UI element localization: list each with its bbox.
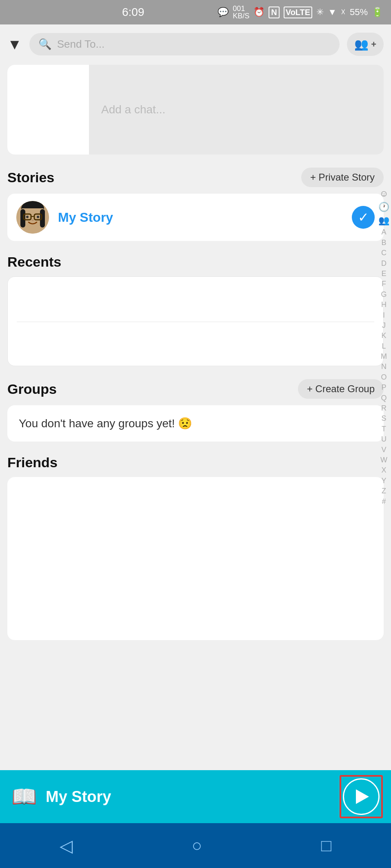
search-icon: 🔍 <box>38 38 51 51</box>
recents-title: Recents <box>7 254 61 270</box>
alpha-b[interactable]: B <box>381 238 386 247</box>
recents-section: Recents <box>7 254 384 366</box>
add-chat-placeholder: Add a chat... <box>89 95 178 124</box>
alpha-a[interactable]: A <box>381 227 386 237</box>
bluetooth-icon: ✳ <box>316 7 324 18</box>
nfc-icon: N <box>269 7 279 18</box>
recents-divider <box>17 322 374 322</box>
alpha-g[interactable]: G <box>381 290 387 299</box>
search-bar[interactable]: 🔍 Send To... <box>29 33 340 55</box>
alpha-d[interactable]: D <box>381 259 387 268</box>
alphabet-index: ☺ 🕐 👥 A B C D E F G H I J K L M N O P Q … <box>378 188 389 506</box>
story-icon: 📖 <box>11 785 37 808</box>
back-button[interactable]: ◁ <box>60 836 73 856</box>
play-button-highlight <box>340 775 383 818</box>
volte-icon: VoLTE <box>284 7 312 18</box>
add-friends-button[interactable]: 👥 + <box>347 33 384 56</box>
alpha-v[interactable]: V <box>381 445 386 455</box>
alpha-f[interactable]: F <box>382 279 386 289</box>
alpha-z[interactable]: Z <box>382 486 386 496</box>
stories-title: Stories <box>7 170 54 186</box>
recents-header: Recents <box>7 254 384 270</box>
alpha-w[interactable]: W <box>380 455 387 465</box>
clock-icon[interactable]: 🕐 <box>378 201 389 214</box>
private-story-button[interactable]: + Private Story <box>301 168 384 187</box>
alpha-hash[interactable]: # <box>382 497 386 506</box>
signal-icon: ☓ <box>341 7 346 18</box>
alpha-m[interactable]: M <box>381 352 387 361</box>
stories-header: Stories + Private Story <box>7 168 384 187</box>
alpha-n[interactable]: N <box>381 362 387 371</box>
stories-section: Stories + Private Story <box>7 168 384 241</box>
story-left: My Story <box>16 201 113 234</box>
search-row: ▼ 🔍 Send To... 👥 + <box>7 33 384 56</box>
alpha-j[interactable]: J <box>382 321 386 330</box>
friends-header: Friends <box>7 455 384 470</box>
alpha-p[interactable]: P <box>381 383 386 392</box>
recent-button[interactable]: □ <box>321 836 331 855</box>
bottom-bar-left: 📖 My Story <box>11 785 111 808</box>
friends-title: Friends <box>7 455 58 470</box>
bottom-bar-label: My Story <box>46 788 111 806</box>
groups-header: Groups + Create Group <box>7 379 384 399</box>
alpha-k[interactable]: K <box>381 331 386 340</box>
alpha-r[interactable]: R <box>381 404 387 413</box>
nav-bar: ◁ ○ □ <box>0 823 391 868</box>
my-story-check[interactable]: ✓ <box>352 206 375 229</box>
home-button[interactable]: ○ <box>192 836 202 855</box>
status-icons: 💬 001KB/S ⏰ N VoLTE ✳ ▼ ☓ 55% 🔋 <box>218 5 383 20</box>
alpha-s[interactable]: S <box>381 414 386 423</box>
recents-card <box>7 276 384 366</box>
whatsapp-icon: 💬 <box>218 7 229 18</box>
my-story-avatar <box>16 201 49 234</box>
alpha-e[interactable]: E <box>381 269 386 278</box>
alpha-l[interactable]: L <box>382 342 386 351</box>
chevron-down-icon[interactable]: ▼ <box>7 36 22 53</box>
search-input-placeholder[interactable]: Send To... <box>57 38 105 51</box>
groups-card: You don't have any groups yet! 😟 <box>7 405 384 442</box>
groups-title: Groups <box>7 381 57 397</box>
play-button-container[interactable] <box>343 778 380 815</box>
svg-rect-3 <box>20 209 25 227</box>
add-friends-plus: + <box>371 39 376 50</box>
friends-section: Friends <box>7 455 384 640</box>
add-friends-icon: 👥 <box>354 38 369 51</box>
battery-text: 55% <box>350 7 368 18</box>
data-icon: 001KB/S <box>233 5 249 20</box>
add-chat-card[interactable]: Add a chat... <box>7 65 384 155</box>
svg-point-10 <box>31 219 34 221</box>
svg-point-9 <box>37 216 39 218</box>
alpha-o[interactable]: O <box>381 373 387 382</box>
alpha-i[interactable]: I <box>383 311 385 320</box>
groups-section: Groups + Create Group You don't have any… <box>7 379 384 442</box>
create-group-button[interactable]: + Create Group <box>298 379 384 399</box>
bottom-bar: 📖 My Story <box>0 770 391 823</box>
groups-empty-message: You don't have any groups yet! 😟 <box>19 417 192 430</box>
my-story-card[interactable]: My Story ✓ <box>7 194 384 241</box>
alpha-u[interactable]: U <box>381 435 387 444</box>
alarm-icon: ⏰ <box>253 7 264 18</box>
check-icon: ✓ <box>358 210 369 225</box>
main-content: ▼ 🔍 Send To... 👥 + Add a chat... Stories… <box>0 24 391 640</box>
alpha-q[interactable]: Q <box>381 393 387 403</box>
alpha-t[interactable]: T <box>382 424 386 434</box>
battery-icon: 🔋 <box>372 7 383 18</box>
add-chat-avatar <box>7 65 89 155</box>
alpha-h[interactable]: H <box>381 300 387 309</box>
status-bar: 6:09 💬 001KB/S ⏰ N VoLTE ✳ ▼ ☓ 55% 🔋 <box>0 0 391 24</box>
emoji-icon[interactable]: ☺ <box>379 188 388 200</box>
svg-point-8 <box>26 216 29 218</box>
friends-card <box>7 477 384 640</box>
group-icon[interactable]: 👥 <box>378 214 389 227</box>
my-story-name: My Story <box>58 210 113 225</box>
alpha-y[interactable]: Y <box>381 476 386 486</box>
wifi-icon: ▼ <box>328 7 337 18</box>
svg-rect-4 <box>40 209 45 227</box>
alpha-x[interactable]: X <box>381 466 386 475</box>
alpha-c[interactable]: C <box>381 248 387 258</box>
status-time: 6:09 <box>122 6 144 19</box>
